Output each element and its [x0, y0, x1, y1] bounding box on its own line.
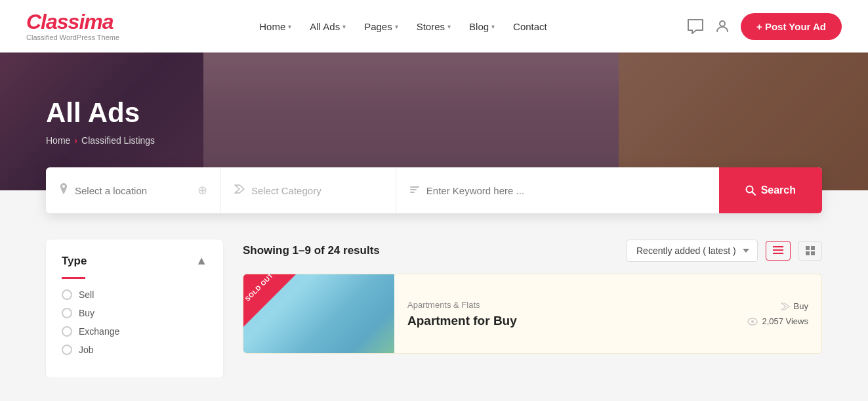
- site-header: Classima Classified WordPress Theme Home…: [0, 0, 868, 53]
- title-underline: [62, 277, 85, 279]
- grid-view-icon: [806, 246, 815, 255]
- svg-point-14: [751, 320, 754, 323]
- svg-line-5: [752, 192, 755, 195]
- main-nav: Home ▾ All Ads ▾ Pages ▾ Stores ▾ Blog ▾…: [259, 21, 547, 32]
- filter-sell-label: Sell: [79, 289, 94, 300]
- category-select[interactable]: Select Category: [251, 185, 382, 196]
- listing-views: 2,057 Views: [747, 316, 808, 326]
- filter-job-label: Job: [79, 345, 94, 355]
- nav-blog[interactable]: Blog ▾: [469, 21, 495, 32]
- hero-content: All Ads Home › Classified Listings: [46, 97, 155, 146]
- breadcrumb-separator: ›: [74, 135, 77, 146]
- chevron-down-icon: ▾: [395, 23, 398, 30]
- user-icon: [714, 18, 730, 34]
- listing-meta: Buy 2,057 Views: [734, 274, 821, 353]
- breadcrumb: Home › Classified Listings: [46, 135, 155, 146]
- sold-out-badge: [243, 274, 296, 327]
- nav-all-ads[interactable]: All Ads ▾: [310, 21, 346, 32]
- svg-rect-2: [410, 189, 417, 190]
- svg-rect-9: [806, 246, 810, 250]
- chevron-down-icon: ▾: [447, 23, 451, 30]
- listing-tag: Buy: [781, 301, 808, 311]
- location-input[interactable]: [75, 185, 191, 196]
- listing-tag-label: Buy: [794, 301, 808, 311]
- sidebar: Type ▲ Sell Buy Exchange Job: [46, 240, 223, 377]
- type-filter-toggle[interactable]: ▲: [196, 254, 207, 268]
- svg-rect-6: [773, 246, 783, 247]
- location-field[interactable]: ⊕: [46, 167, 221, 213]
- tag-icon: [781, 303, 790, 310]
- search-bar: ⊕ Select Category Search: [46, 167, 822, 213]
- keyword-input[interactable]: [426, 185, 706, 196]
- breadcrumb-home[interactable]: Home: [46, 135, 70, 146]
- listing-card[interactable]: SOLD OUT Apartments & Flats Apartment fo…: [243, 274, 822, 354]
- svg-rect-12: [811, 251, 815, 255]
- nav-stores[interactable]: Stores ▾: [417, 21, 451, 32]
- filter-buy[interactable]: Buy: [62, 308, 207, 318]
- hero-title: All Ads: [46, 97, 155, 129]
- header-actions: + Post Your Ad: [687, 13, 842, 40]
- category-field[interactable]: Select Category: [221, 167, 396, 213]
- svg-rect-10: [811, 246, 815, 250]
- type-filter-title: Type ▲: [62, 254, 207, 268]
- main-layout: Type ▲ Sell Buy Exchange Job: [46, 240, 822, 377]
- chat-button[interactable]: [687, 18, 704, 34]
- chevron-down-icon: ▾: [288, 23, 291, 30]
- list-view-button[interactable]: [766, 241, 791, 261]
- svg-point-0: [720, 21, 725, 26]
- nav-contact[interactable]: Contact: [513, 21, 547, 32]
- filter-sell[interactable]: Sell: [62, 289, 207, 300]
- listing-image-wrap: SOLD OUT: [243, 274, 394, 353]
- listing-category: Apartments & Flats: [407, 300, 721, 310]
- filter-job[interactable]: Job: [62, 345, 207, 355]
- svg-rect-11: [806, 251, 810, 255]
- filter-buy-label: Buy: [79, 308, 94, 318]
- filter-exchange-label: Exchange: [79, 326, 119, 337]
- nav-pages[interactable]: Pages ▾: [364, 21, 398, 32]
- filter-exchange-radio[interactable]: [62, 326, 72, 337]
- post-ad-button[interactable]: + Post Your Ad: [741, 13, 842, 40]
- location-icon: [59, 183, 68, 198]
- grid-view-button[interactable]: [798, 241, 822, 261]
- post-ad-label: + Post Your Ad: [756, 21, 826, 32]
- keyword-icon: [409, 184, 420, 197]
- svg-rect-8: [773, 253, 783, 254]
- listings-area: Showing 1–9 of 24 results Recently added…: [243, 240, 822, 377]
- filter-sell-radio[interactable]: [62, 289, 72, 300]
- list-view-icon: [773, 246, 783, 255]
- svg-rect-3: [410, 192, 415, 193]
- nav-home[interactable]: Home ▾: [259, 21, 291, 32]
- sort-dropdown[interactable]: Recently added ( latest ) Oldest first P…: [627, 240, 758, 262]
- chevron-down-icon: ▾: [491, 23, 495, 30]
- logo-tagline: Classified WordPress Theme: [26, 33, 119, 41]
- logo-text: Classima: [26, 11, 119, 32]
- listing-views-label: 2,057 Views: [762, 316, 808, 326]
- listing-title[interactable]: Apartment for Buy: [407, 314, 721, 328]
- toolbar-right: Recently added ( latest ) Oldest first P…: [627, 240, 822, 262]
- svg-rect-1: [410, 186, 419, 188]
- search-icon: [745, 185, 756, 196]
- search-button[interactable]: Search: [719, 167, 822, 213]
- svg-rect-7: [773, 249, 783, 251]
- filter-buy-radio[interactable]: [62, 308, 72, 318]
- listings-toolbar: Showing 1–9 of 24 results Recently added…: [243, 240, 822, 262]
- tag-icon: [234, 184, 245, 196]
- listing-body: Apartments & Flats Apartment for Buy: [394, 274, 734, 353]
- logo[interactable]: Classima Classified WordPress Theme: [26, 11, 119, 41]
- chevron-down-icon: ▾: [342, 23, 346, 30]
- divider-icon: ⊕: [197, 183, 207, 198]
- keyword-field[interactable]: [396, 167, 719, 213]
- user-account-button[interactable]: [714, 18, 730, 34]
- filter-job-radio[interactable]: [62, 345, 72, 355]
- search-label: Search: [761, 184, 796, 196]
- eye-icon: [747, 318, 758, 326]
- results-count: Showing 1–9 of 24 results: [243, 244, 380, 257]
- filter-exchange[interactable]: Exchange: [62, 326, 207, 337]
- type-filter-widget: Type ▲ Sell Buy Exchange Job: [46, 240, 223, 377]
- chat-icon: [687, 18, 704, 34]
- breadcrumb-current: Classified Listings: [81, 135, 155, 146]
